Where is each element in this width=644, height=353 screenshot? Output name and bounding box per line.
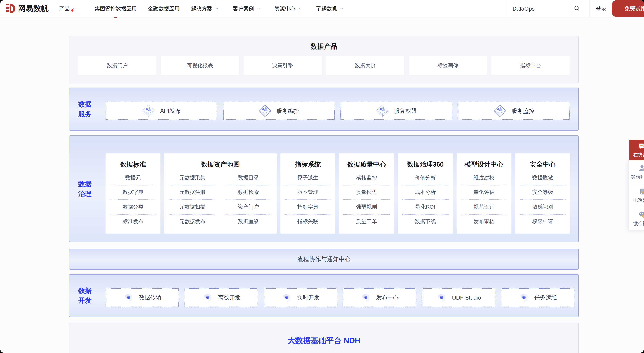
- service-cube-icon: [142, 104, 155, 118]
- wechat-label: 微信礼包: [633, 221, 644, 227]
- nav-item-finance-data-apps[interactable]: 金融数据应用: [148, 0, 180, 17]
- service-card-orchestration[interactable]: 服务编排: [223, 102, 335, 120]
- gov-item[interactable]: 敏感识别: [520, 200, 566, 215]
- gov-item[interactable]: 成本分析: [402, 185, 448, 200]
- side-label-line: 开发: [78, 296, 92, 305]
- gov-item[interactable]: 数据下线: [402, 215, 448, 229]
- gov-item[interactable]: 数据字典: [110, 185, 156, 200]
- product-card-tag-profile[interactable]: 标签画像: [409, 56, 487, 75]
- side-label-line: 数据: [78, 286, 92, 296]
- gov-item[interactable]: 数据目录: [226, 171, 271, 185]
- gov-item[interactable]: 指标关联: [284, 215, 331, 229]
- gov-item[interactable]: 价值分析: [402, 171, 448, 185]
- gov-item[interactable]: 发布审核: [461, 215, 507, 229]
- gov-item[interactable]: 安全等级: [520, 185, 566, 200]
- side-label-line: 治理: [78, 189, 92, 199]
- dev-card-label: 实时开发: [297, 294, 320, 302]
- gov-item[interactable]: 稽核监控: [343, 171, 390, 185]
- service-card-permissions[interactable]: 服务权限: [340, 102, 452, 120]
- side-label-line: 数据: [78, 179, 92, 189]
- gov-item[interactable]: 数据脱敏: [520, 171, 566, 185]
- gov-item[interactable]: 维度建模: [461, 171, 507, 185]
- gov-item[interactable]: 量化ROI: [402, 200, 448, 215]
- search-input[interactable]: DataOps: [512, 0, 534, 17]
- gov-item[interactable]: 资产门户: [226, 200, 271, 215]
- gov-item[interactable]: 元数据采集: [170, 171, 215, 185]
- section-side-label: 数据 服务: [78, 99, 92, 119]
- gov-item[interactable]: 元数据发布: [170, 215, 215, 229]
- product-card-decision-engine[interactable]: 决策引擎: [244, 56, 322, 75]
- dev-card-data-transfer[interactable]: 数据传输: [106, 288, 179, 307]
- gov-item[interactable]: 质量报告: [343, 185, 390, 200]
- service-card-row: API发布 服务编排: [106, 102, 570, 120]
- gov-item[interactable]: 数据元: [110, 171, 156, 185]
- dev-card-offline-dev[interactable]: 离线开发: [185, 288, 258, 307]
- dev-card-realtime-dev[interactable]: 实时开发: [264, 288, 337, 307]
- gov-item[interactable]: 指标字典: [284, 200, 331, 215]
- gov-item[interactable]: 标准发布: [110, 215, 156, 229]
- wechat-button[interactable]: 微信礼包: [629, 207, 644, 230]
- product-card-data-screen[interactable]: 数据大屏: [326, 56, 404, 75]
- dev-card-task-ops[interactable]: 任务运维: [501, 288, 574, 307]
- section-data-governance: 数据 治理 数据标准 数据元 数据字典 数据分类 标准发布 数据资产地图 元数据…: [69, 135, 579, 242]
- gov-item[interactable]: 规范设计: [461, 200, 507, 215]
- gov-col-title: 数据治理360: [398, 158, 453, 171]
- section-data-product: 数据产品 数据门户 可视化报表 决策引擎 数据大屏 标签画像 指标中台: [69, 36, 579, 83]
- gov-item[interactable]: 数据分类: [110, 200, 156, 215]
- nav-item-about[interactable]: 了解数帆: [316, 0, 344, 17]
- service-card-label: 服务监控: [512, 107, 534, 115]
- wechat-icon: [638, 211, 644, 219]
- gov-item[interactable]: 质量工单: [343, 215, 390, 229]
- floating-contact-panel: 在线咨询 架构师咨询 电话咨询: [629, 140, 644, 230]
- logo[interactable]: 网易数帆: [6, 0, 49, 17]
- product-card-bi-report[interactable]: 可视化报表: [161, 56, 239, 75]
- nav-item-label: 解决方案: [191, 5, 212, 12]
- section-ndh-platform: 大数据基础平台 NDH: [69, 323, 579, 353]
- product-card-row: 数据门户 可视化报表 决策引擎 数据大屏 标签画像 指标中台: [78, 56, 570, 75]
- dev-card-release-center[interactable]: 发布中心: [343, 288, 416, 307]
- page: 网易数帆 产品 集团管控数据应用 金融数据应用 解决方案 客户案例: [0, 0, 644, 353]
- search-icon[interactable]: [574, 5, 580, 12]
- gov-col-title: 模型设计中心: [456, 158, 512, 171]
- section-title: 数据产品: [70, 42, 578, 51]
- dev-card-udf-studio[interactable]: UDF Studio: [422, 288, 495, 307]
- service-cube-icon: [258, 104, 272, 118]
- nav-item-solutions[interactable]: 解决方案: [191, 0, 219, 17]
- gov-item[interactable]: 原子派生: [284, 171, 331, 185]
- gov-item[interactable]: 数据检索: [226, 185, 271, 200]
- nav-item-group-data-apps[interactable]: 集团管控数据应用: [95, 0, 137, 17]
- gov-item[interactable]: 元数据注册: [170, 185, 215, 200]
- dev-card-label: 发布中心: [376, 294, 399, 302]
- netease-shufan-logo-icon: [6, 4, 16, 13]
- nav-item-products[interactable]: 产品: [59, 0, 76, 17]
- gov-item[interactable]: 权限申请: [520, 215, 566, 229]
- ndh-platform-title[interactable]: 大数据基础平台 NDH: [70, 336, 578, 346]
- architect-consult-label: 架构师咨询: [631, 174, 644, 180]
- product-card-metric-platform[interactable]: 指标中台: [492, 56, 570, 75]
- gov-item[interactable]: 数据血缘: [226, 215, 271, 229]
- service-card-monitoring[interactable]: 服务监控: [458, 102, 570, 120]
- product-card-data-portal[interactable]: 数据门户: [78, 56, 156, 75]
- phone-consult-label: 电话咨询: [633, 197, 644, 203]
- service-card-api-publish[interactable]: API发布: [106, 102, 217, 120]
- login-button[interactable]: 登录: [594, 0, 609, 17]
- nav-item-resource-center[interactable]: 资源中心: [274, 0, 302, 17]
- architect-consult-button[interactable]: 架构师咨询: [629, 160, 644, 184]
- phone-consult-button[interactable]: 电话咨询: [629, 184, 644, 207]
- gov-col-security-center: 安全中心 数据脱敏 安全等级 敏感识别 权限申请: [515, 153, 570, 234]
- gov-col-governance-360: 数据治理360 价值分析 成本分析 量化ROI 数据下线: [398, 153, 453, 234]
- gov-col-model-design: 模型设计中心 维度建模 量化评估 规范设计 发布审核: [456, 153, 512, 234]
- nav-item-customer-cases[interactable]: 客户案例: [233, 0, 260, 17]
- chevron-down-icon: [257, 7, 260, 10]
- dev-box-icon: [202, 292, 213, 303]
- gov-col-title: 数据质量中心: [339, 158, 394, 171]
- online-consult-button[interactable]: 在线咨询: [629, 140, 644, 160]
- side-label-line: 服务: [78, 109, 92, 119]
- gov-item[interactable]: 量化评估: [461, 185, 507, 200]
- gov-col-title: 安全中心: [515, 158, 570, 171]
- free-trial-button[interactable]: 免费试用: [612, 0, 644, 17]
- gov-item[interactable]: 版本管理: [284, 185, 331, 200]
- workflow-bar-label: 流程协作与通知中心: [297, 255, 351, 263]
- gov-item[interactable]: 元数据扫描: [170, 200, 215, 215]
- gov-item[interactable]: 强弱规则: [343, 200, 390, 215]
